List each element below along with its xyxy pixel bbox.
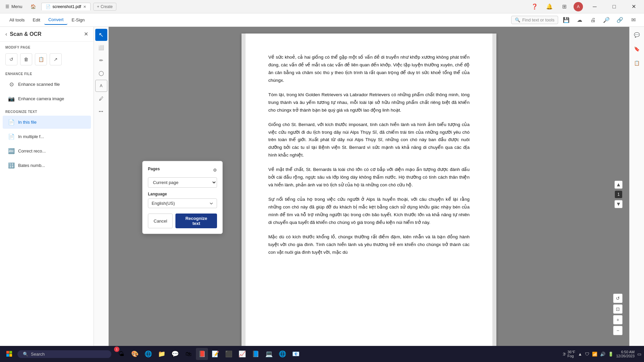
- more-tools-button[interactable]: •••: [95, 105, 107, 117]
- tab-close-button[interactable]: ✕: [83, 5, 86, 9]
- paragraph-3: Giống chó St. Bernard, với kích thước im…: [268, 121, 470, 160]
- menu-edit[interactable]: Edit: [29, 15, 44, 24]
- export-page-button[interactable]: ↗: [50, 53, 62, 65]
- enhance-camera-item[interactable]: 📷 Enhance camera image: [3, 92, 91, 105]
- menubar-right: 🔍 Find text or tools 💾 ☁ 🖨 🔎 🔗 ✉: [511, 15, 639, 25]
- print-button[interactable]: 🖨: [588, 15, 598, 25]
- delete-page-button[interactable]: 🗑: [20, 53, 32, 65]
- volume-icon[interactable]: 🔊: [600, 352, 605, 357]
- taskbar-edge-button[interactable]: 🌐: [276, 348, 288, 360]
- mail-button[interactable]: ✉: [628, 15, 639, 25]
- zoom-page-fit-button[interactable]: ⊡: [613, 304, 623, 314]
- rectangle-tool-button[interactable]: ⬜: [95, 42, 107, 54]
- rotate-button[interactable]: ↺: [5, 53, 17, 65]
- zoom-in-plus-button[interactable]: +: [613, 315, 623, 324]
- menu-all-tools[interactable]: All tools: [5, 15, 29, 24]
- weather-temp: 36°F: [568, 350, 575, 354]
- wifi-icon[interactable]: 📶: [592, 352, 597, 357]
- taskbar-dell-button[interactable]: 💻: [263, 348, 275, 360]
- recognize-text-button[interactable]: Recognize text: [175, 214, 217, 228]
- select-tool-button[interactable]: ↖: [95, 29, 107, 41]
- toolbar-strip: ↖ ⬜ ✏ ◯ A 🖊 •••: [94, 27, 109, 362]
- in-multiple-files-item[interactable]: 📄 In multiple f...: [3, 130, 91, 143]
- taskbar-browser-button[interactable]: 🌐: [142, 348, 154, 360]
- popup-settings-button[interactable]: ⚙: [213, 168, 217, 173]
- taskbar-notes-button[interactable]: 📝: [209, 348, 221, 360]
- correct-recognition-item[interactable]: 🔤 Correct reco...: [3, 144, 91, 158]
- apps-button[interactable]: ⊞: [559, 1, 570, 12]
- panel-back-button[interactable]: ‹: [5, 31, 7, 37]
- menu-convert[interactable]: Convert: [44, 15, 68, 25]
- bookmark-panel-button[interactable]: 🔖: [631, 43, 643, 55]
- taskbar-widgets-button[interactable]: 1 🌤: [115, 348, 127, 360]
- taskbar-word-button[interactable]: 📘: [250, 348, 262, 360]
- pages-panel-button[interactable]: 📋: [631, 57, 643, 69]
- panel-close-button[interactable]: ✕: [84, 31, 88, 37]
- taskbar-stocks-button[interactable]: 📈: [236, 348, 248, 360]
- share-button[interactable]: 🔗: [614, 15, 625, 25]
- language-select[interactable]: English(US) English(UK) French German Sp…: [148, 198, 217, 208]
- show-desktop-button[interactable]: ▭: [637, 352, 641, 357]
- in-multiple-files-label: In multiple f...: [18, 134, 44, 139]
- menu-button[interactable]: ☰ Menu: [3, 3, 25, 10]
- weather-icon: 🌫: [562, 352, 566, 356]
- taskbar-icons: 1 🌤 🎨 🌐 📁 💬 🛍 📕 📝 ⬛ 📈 📘 💻 🌐 📧: [115, 348, 302, 360]
- zoom-in-button[interactable]: ↺: [613, 294, 623, 303]
- modify-page-label: MODIFY PAGE: [0, 42, 94, 51]
- taskbar-files-button[interactable]: 📁: [156, 348, 168, 360]
- document-page: Về sức khoẻ, cả hai giống có thể gặp một…: [241, 34, 496, 355]
- comment-panel-button[interactable]: 💬: [631, 29, 643, 41]
- text-select-tool-button[interactable]: A: [95, 80, 107, 92]
- taskbar-datetime[interactable]: 6:50 AM 12/26/2023: [616, 350, 635, 358]
- taskbar-acrobat-button[interactable]: 📕: [196, 348, 208, 360]
- titlebar-left: ☰ Menu 🏠 📄 screenshot1.pdf ✕ + Create: [3, 3, 116, 11]
- recognize-text-popup[interactable]: Pages ⚙ Current page Language English(US…: [142, 161, 223, 234]
- taskbar-terminal-button[interactable]: ⬛: [223, 348, 235, 360]
- taskbar-store-button[interactable]: 🛍: [182, 348, 195, 360]
- cloud-save-button[interactable]: ☁: [574, 15, 585, 25]
- save-button[interactable]: 💾: [561, 15, 572, 25]
- taskbar-time-value: 6:50 AM: [616, 350, 635, 354]
- page-down-button[interactable]: ▼: [614, 200, 623, 208]
- enhance-scanned-item[interactable]: ⊙ Enhance scanned file: [3, 78, 91, 91]
- highlight-tool-button[interactable]: 🖊: [95, 93, 107, 105]
- battery-icon[interactable]: 🔋: [608, 352, 613, 357]
- pages-select[interactable]: Current page: [148, 177, 217, 188]
- menubar: All tools Edit Convert E-Sign 🔍 Find tex…: [0, 13, 644, 27]
- taskbar-search-icon: 🔍: [23, 352, 28, 357]
- pen-tool-button[interactable]: ✏: [95, 54, 107, 66]
- taskbar-outlook-button[interactable]: 📧: [290, 348, 302, 360]
- maximize-button[interactable]: □: [606, 1, 622, 12]
- zoom-out-button[interactable]: −: [613, 326, 623, 335]
- network-icon[interactable]: 🛡: [585, 352, 589, 357]
- chevron-up-icon[interactable]: ▲: [578, 352, 582, 357]
- in-this-file-icon: 📄: [8, 119, 15, 125]
- minimize-button[interactable]: ─: [587, 1, 602, 12]
- home-button[interactable]: 🏠: [28, 3, 39, 10]
- window-close-button[interactable]: ✕: [626, 1, 641, 12]
- find-tools-input[interactable]: 🔍 Find text or tools: [511, 16, 558, 24]
- main-layout: ‹ Scan & OCR ✕ MODIFY PAGE ↺ 🗑 📋 ↗ ENHAN…: [0, 27, 644, 362]
- new-tab-button[interactable]: + Create: [93, 3, 116, 11]
- lasso-tool-button[interactable]: ◯: [95, 67, 107, 79]
- bates-numbering-item[interactable]: 🔢 Bates numb...: [3, 159, 91, 172]
- svg-rect-0: [6, 351, 9, 354]
- taskbar-chat-button[interactable]: 💬: [169, 348, 181, 360]
- help-button[interactable]: ❓: [529, 1, 540, 12]
- taskbar-colorful-app[interactable]: 🎨: [129, 348, 141, 360]
- zoom-button[interactable]: 🔎: [601, 15, 612, 25]
- panel-title: Scan & OCR: [10, 31, 41, 37]
- taskbar-search[interactable]: 🔍 Search: [17, 350, 111, 358]
- copy-page-button[interactable]: 📋: [35, 53, 47, 65]
- start-button[interactable]: [3, 348, 16, 360]
- enhance-scanned-label: Enhance scanned file: [18, 82, 60, 87]
- cancel-button[interactable]: Cancel: [148, 214, 173, 228]
- paragraph-1: Về sức khoẻ, cả hai giống có thể gặp một…: [268, 54, 470, 84]
- in-this-file-item[interactable]: 📄 In this file: [3, 116, 91, 129]
- menu-esign[interactable]: E-Sign: [67, 15, 89, 24]
- notifications-button[interactable]: 🔔: [544, 1, 555, 12]
- pages-select-wrapper[interactable]: Current page: [148, 177, 217, 188]
- pdf-tab[interactable]: 📄 screenshot1.pdf ✕: [41, 3, 91, 10]
- page-up-button[interactable]: ▲: [614, 181, 623, 189]
- account-button[interactable]: A: [574, 2, 583, 11]
